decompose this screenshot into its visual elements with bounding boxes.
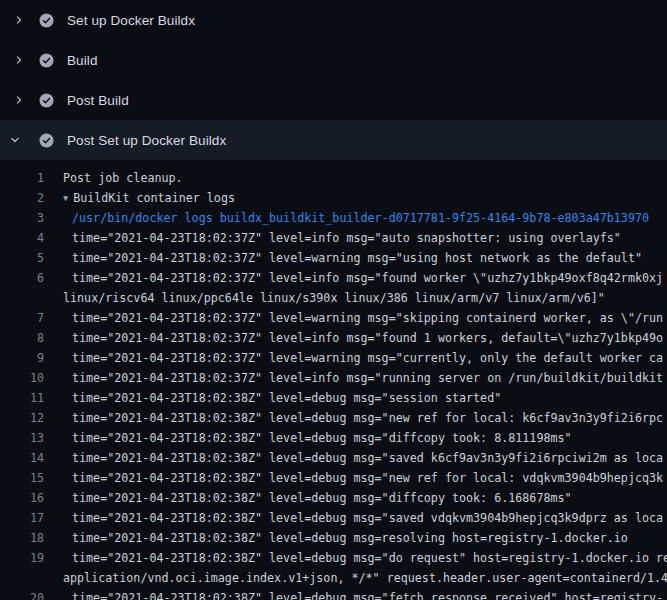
log-line-number[interactable]: 1 <box>0 168 44 188</box>
log-line: 3 /usr/bin/docker logs buildx_buildkit_b… <box>0 208 667 228</box>
log-line-content: time="2021-04-23T18:02:38Z" level=debug … <box>72 511 663 525</box>
log-line-number[interactable]: 10 <box>0 368 44 388</box>
log-line-content: time="2021-04-23T18:02:38Z" level=debug … <box>72 451 663 465</box>
log-line-text: time="2021-04-23T18:02:37Z" level=info m… <box>44 368 663 388</box>
log-line: 9 time="2021-04-23T18:02:37Z" level=warn… <box>0 348 667 368</box>
log-line-text: time="2021-04-23T18:02:38Z" level=debug … <box>44 528 628 548</box>
log-line-number[interactable]: 8 <box>0 328 44 348</box>
chevron-right-icon <box>10 55 28 65</box>
step-row-post-set-up-docker-buildx[interactable]: Post Set up Docker Buildx <box>0 120 667 160</box>
log-line: 4 time="2021-04-23T18:02:37Z" level=info… <box>0 228 667 248</box>
log-line-content: time="2021-04-23T18:02:38Z" level=debug … <box>72 411 663 425</box>
log-line-text: time="2021-04-23T18:02:37Z" level=info m… <box>44 328 663 348</box>
log-line-number[interactable]: 19 <box>0 548 44 568</box>
log-line-text: time="2021-04-23T18:02:37Z" level=info m… <box>44 268 663 288</box>
log-line-number[interactable]: 2 <box>0 188 44 208</box>
log-line-number[interactable]: 9 <box>0 348 44 368</box>
log-line-content: time="2021-04-23T18:02:37Z" level=warnin… <box>72 251 642 265</box>
step-list: Set up Docker Buildx Build Post Build <box>0 0 667 160</box>
log-line-text: time="2021-04-23T18:02:38Z" level=debug … <box>44 488 572 508</box>
check-circle-icon <box>39 13 54 28</box>
log-line-number[interactable]: 4 <box>0 228 44 248</box>
chevron-right-icon <box>10 15 28 25</box>
log-line-text: time="2021-04-23T18:02:38Z" level=debug … <box>44 428 572 448</box>
step-row-post-build[interactable]: Post Build <box>0 80 667 120</box>
log-line: 7 time="2021-04-23T18:02:37Z" level=warn… <box>0 308 667 328</box>
log-line-number[interactable] <box>0 568 44 588</box>
log-line-content: time="2021-04-23T18:02:37Z" level=warnin… <box>72 311 663 325</box>
log-line-number[interactable]: 13 <box>0 428 44 448</box>
log-line: 8 time="2021-04-23T18:02:37Z" level=info… <box>0 328 667 348</box>
log-line-text: time="2021-04-23T18:02:37Z" level=warnin… <box>44 248 642 268</box>
log-line-text: time="2021-04-23T18:02:38Z" level=debug … <box>44 508 663 528</box>
log-line-content: time="2021-04-23T18:02:37Z" level=info m… <box>72 231 621 245</box>
log-line-text: time="2021-04-23T18:02:37Z" level=warnin… <box>44 348 663 368</box>
log-line-content: time="2021-04-23T18:02:38Z" level=debug … <box>72 391 501 405</box>
log-line: application/vnd.oci.image.index.v1+json,… <box>0 568 667 588</box>
log-line: 2 ▼BuildKit container logs <box>0 188 667 208</box>
log-line: 6 time="2021-04-23T18:02:37Z" level=info… <box>0 268 667 288</box>
log-line-content: time="2021-04-23T18:02:38Z" level=debug … <box>72 551 667 565</box>
log-line-number[interactable]: 16 <box>0 488 44 508</box>
log-line: linux/riscv64 linux/ppc64le linux/s390x … <box>0 288 667 308</box>
step-label: Build <box>67 53 98 68</box>
log-line-content: time="2021-04-23T18:02:37Z" level=info m… <box>72 331 663 345</box>
log-line-text: time="2021-04-23T18:02:38Z" level=debug … <box>44 468 663 488</box>
expander-triangle-icon[interactable]: ▼ <box>63 193 68 203</box>
log-line-number[interactable]: 6 <box>0 268 44 288</box>
log-line-content: BuildKit container logs <box>73 191 235 205</box>
log-line-text: /usr/bin/docker logs buildx_buildkit_bui… <box>44 208 649 228</box>
log-line: 11 time="2021-04-23T18:02:38Z" level=deb… <box>0 388 667 408</box>
workflow-log-viewer: Set up Docker Buildx Build Post Build <box>0 0 667 600</box>
log-line-number[interactable]: 17 <box>0 508 44 528</box>
chevron-right-icon <box>10 95 28 105</box>
log-line-text: application/vnd.oci.image.index.v1+json,… <box>44 568 667 588</box>
log-line-text: linux/riscv64 linux/ppc64le linux/s390x … <box>44 288 605 308</box>
log-line-number[interactable]: 3 <box>0 208 44 228</box>
step-label: Post Build <box>67 93 129 108</box>
check-circle-icon <box>39 93 54 108</box>
log-line: 14 time="2021-04-23T18:02:38Z" level=deb… <box>0 448 667 468</box>
log-line-content: application/vnd.oci.image.index.v1+json,… <box>63 571 667 585</box>
log-line-text: time="2021-04-23T18:02:37Z" level=info m… <box>44 228 621 248</box>
log-line-text: time="2021-04-23T18:02:38Z" level=debug … <box>44 548 667 568</box>
log-line-number[interactable]: 7 <box>0 308 44 328</box>
log-line-number[interactable]: 14 <box>0 448 44 468</box>
log-line-number[interactable]: 18 <box>0 528 44 548</box>
log-line-text: time="2021-04-23T18:02:38Z" level=debug … <box>44 448 663 468</box>
log-line: 10 time="2021-04-23T18:02:37Z" level=inf… <box>0 368 667 388</box>
log-line-text: time="2021-04-23T18:02:38Z" level=debug … <box>44 408 663 428</box>
log-line: 20 time="2021-04-23T18:02:38Z" level=deb… <box>0 588 667 600</box>
check-circle-icon <box>39 133 54 148</box>
log-line: 12 time="2021-04-23T18:02:38Z" level=deb… <box>0 408 667 428</box>
log-line-number[interactable] <box>0 288 44 308</box>
log-line-content: time="2021-04-23T18:02:38Z" level=debug … <box>72 431 572 445</box>
log-line-content: time="2021-04-23T18:02:38Z" level=debug … <box>72 531 628 545</box>
log-line-number[interactable]: 20 <box>0 588 44 600</box>
log-line-text: time="2021-04-23T18:02:38Z" level=debug … <box>44 388 501 408</box>
log-line-content: time="2021-04-23T18:02:37Z" level=info m… <box>72 271 663 285</box>
log-line-content: linux/riscv64 linux/ppc64le linux/s390x … <box>63 291 605 305</box>
log-line-number[interactable]: 5 <box>0 248 44 268</box>
chevron-down-icon <box>10 135 28 145</box>
step-row-build[interactable]: Build <box>0 40 667 80</box>
log-line-number[interactable]: 11 <box>0 388 44 408</box>
log-line-content: time="2021-04-23T18:02:37Z" level=info m… <box>72 371 663 385</box>
step-label: Post Set up Docker Buildx <box>67 133 226 148</box>
log-line-number[interactable]: 15 <box>0 468 44 488</box>
step-row-set-up-docker-buildx[interactable]: Set up Docker Buildx <box>0 0 667 40</box>
log-line-number[interactable]: 12 <box>0 408 44 428</box>
step-label: Set up Docker Buildx <box>67 13 195 28</box>
log-line: 15 time="2021-04-23T18:02:38Z" level=deb… <box>0 468 667 488</box>
log-line: 1 Post job cleanup. <box>0 168 667 188</box>
log-line-content: time="2021-04-23T18:02:38Z" level=debug … <box>72 491 572 505</box>
log-line-content: time="2021-04-23T18:02:38Z" level=debug … <box>72 591 663 600</box>
log-line: 13 time="2021-04-23T18:02:38Z" level=deb… <box>0 428 667 448</box>
check-circle-icon <box>39 53 54 68</box>
log-line-content: /usr/bin/docker logs buildx_buildkit_bui… <box>72 211 649 225</box>
log-line-content: time="2021-04-23T18:02:38Z" level=debug … <box>72 471 663 485</box>
log-line-text: time="2021-04-23T18:02:37Z" level=warnin… <box>44 308 663 328</box>
log-line: 5 time="2021-04-23T18:02:37Z" level=warn… <box>0 248 667 268</box>
log-line-text: time="2021-04-23T18:02:38Z" level=debug … <box>44 588 663 600</box>
log-output: 1 Post job cleanup. 2 ▼BuildKit containe… <box>0 160 667 600</box>
